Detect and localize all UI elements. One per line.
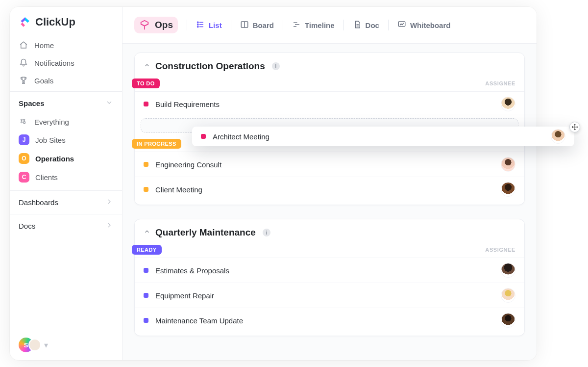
svg-point-2 xyxy=(21,122,23,123)
list-title: Quarterly Maintenance xyxy=(155,227,256,238)
nav-goals[interactable]: Goals xyxy=(10,72,122,89)
assignee-avatar[interactable] xyxy=(501,97,515,111)
dragging-task[interactable]: Architect Meeting xyxy=(192,127,574,146)
board-icon xyxy=(240,20,249,30)
space-everything[interactable]: Everything xyxy=(10,113,122,131)
list-header[interactable]: Construction Operations i xyxy=(135,53,524,77)
whiteboard-icon xyxy=(397,20,406,30)
status-pill-inprogress[interactable]: IN PROGRESS xyxy=(132,139,181,149)
view-tab-board[interactable]: Board xyxy=(240,20,274,30)
view-label: Timeline xyxy=(305,21,335,29)
task-row[interactable]: Estimates & Proposals xyxy=(135,258,524,283)
chevron-right-icon xyxy=(105,198,113,207)
assignee-avatar[interactable] xyxy=(501,182,515,197)
nav-notifications[interactable]: Notifications xyxy=(10,54,122,72)
task-row[interactable]: Engineering Consult xyxy=(135,152,524,177)
assignee-avatar[interactable] xyxy=(501,263,515,278)
timeline-icon xyxy=(292,20,301,30)
space-operations[interactable]: O Operations xyxy=(10,149,122,168)
status-pill-todo[interactable]: TO DO xyxy=(132,79,160,88)
assignee-avatar[interactable] xyxy=(501,288,515,303)
sidebar-dashboards[interactable]: Dashboards xyxy=(10,190,122,214)
task-name: Engineering Consult xyxy=(155,160,221,169)
status-dot xyxy=(144,268,148,273)
caret-down-icon: ▾ xyxy=(44,341,48,350)
chevron-down-icon xyxy=(105,99,113,108)
row-label: Dashboards xyxy=(19,198,58,207)
status-dot xyxy=(144,293,148,298)
assignee-avatar[interactable] xyxy=(501,313,515,328)
task-name: Estimates & Proposals xyxy=(155,266,229,275)
chevron-up-icon xyxy=(144,62,150,71)
space-badge: J xyxy=(19,134,29,145)
separator xyxy=(231,20,231,30)
clickup-logo-icon xyxy=(19,16,31,28)
spaces-title: Spaces xyxy=(19,99,45,107)
status-dot xyxy=(144,318,148,323)
trophy-icon xyxy=(19,76,28,85)
space-chip-label: Ops xyxy=(155,20,173,30)
space-label: Everything xyxy=(34,118,69,126)
status-dot xyxy=(201,134,206,139)
list-header[interactable]: Quarterly Maintenance i xyxy=(135,219,524,243)
list-content: Construction Operations i TO DO ASSIGNEE… xyxy=(122,44,537,359)
view-label: Board xyxy=(253,21,274,29)
space-clients[interactable]: C Clients xyxy=(10,168,122,186)
view-tab-whiteboard[interactable]: Whiteboard xyxy=(397,20,451,30)
space-badge: C xyxy=(19,172,29,183)
view-label: Doc xyxy=(366,21,379,29)
info-icon[interactable]: i xyxy=(263,229,270,236)
doc-icon xyxy=(353,20,362,30)
list-quarterly-maintenance: Quarterly Maintenance i READY ASSIGNEE E… xyxy=(134,219,525,336)
sidebar-presence[interactable]: S ▾ xyxy=(10,330,122,360)
status-pill-ready[interactable]: READY xyxy=(132,245,162,255)
list-icon xyxy=(196,20,205,30)
list-title: Construction Operations xyxy=(155,61,265,72)
view-tab-list[interactable]: List xyxy=(196,20,222,30)
space-badge: O xyxy=(19,153,29,164)
view-tab-timeline[interactable]: Timeline xyxy=(292,20,335,30)
view-label: Whiteboard xyxy=(410,21,451,29)
task-name: Client Meeting xyxy=(155,185,202,194)
svg-point-6 xyxy=(197,24,198,25)
task-row[interactable]: Build Requirements xyxy=(135,91,524,116)
space-job-sites[interactable]: J Job Sites xyxy=(10,131,122,149)
svg-point-0 xyxy=(21,119,23,121)
sidebar: ClickUp Home Notifications Goals xyxy=(10,7,122,360)
sidebar-docs[interactable]: Docs xyxy=(10,214,122,237)
view-tab-doc[interactable]: Doc xyxy=(353,20,379,30)
task-name: Build Requirements xyxy=(155,100,220,108)
assignee-avatar[interactable] xyxy=(501,157,515,172)
presence-avatar xyxy=(28,339,41,351)
status-dot xyxy=(144,162,148,167)
brand-logo[interactable]: ClickUp xyxy=(10,12,122,34)
move-cursor-icon xyxy=(569,122,580,132)
status-header: TO DO ASSIGNEE xyxy=(135,77,524,91)
svg-point-8 xyxy=(197,26,198,27)
info-icon[interactable]: i xyxy=(272,62,280,70)
task-row[interactable]: Equipment Repair xyxy=(135,283,524,308)
task-row[interactable]: Maintenance Team Update xyxy=(135,308,524,333)
presence-avatars: S xyxy=(19,338,41,352)
nav-home[interactable]: Home xyxy=(10,36,122,54)
column-assignee: ASSIGNEE xyxy=(485,247,515,253)
spaces-header[interactable]: Spaces xyxy=(10,91,122,112)
separator xyxy=(187,20,187,30)
assignee-avatar[interactable] xyxy=(551,129,565,144)
task-name: Maintenance Team Update xyxy=(155,316,243,325)
task-row[interactable]: Client Meeting xyxy=(135,177,524,202)
svg-rect-17 xyxy=(398,22,405,26)
status-header: READY ASSIGNEE xyxy=(135,243,524,258)
space-chip[interactable]: Ops xyxy=(134,17,178,33)
row-label: Docs xyxy=(19,222,35,230)
main-content: Ops List Board Timeline xyxy=(122,7,537,360)
svg-point-4 xyxy=(197,22,198,23)
nav-label: Home xyxy=(34,41,54,50)
space-label: Operations xyxy=(35,155,74,163)
status-dot xyxy=(144,187,148,192)
svg-point-1 xyxy=(24,119,25,121)
nav-label: Goals xyxy=(34,77,53,85)
space-label: Job Sites xyxy=(35,136,66,144)
app-window: ClickUp Home Notifications Goals xyxy=(10,7,537,360)
column-assignee: ASSIGNEE xyxy=(485,80,515,86)
